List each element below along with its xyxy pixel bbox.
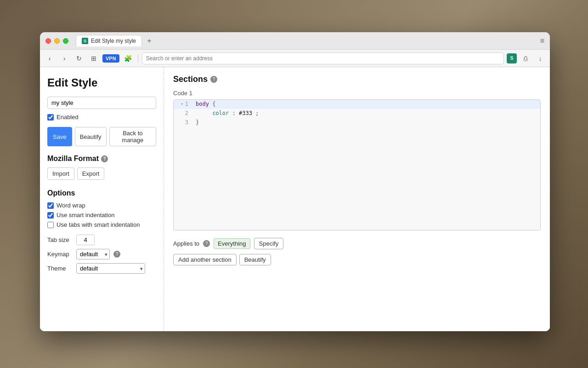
code-lines: ▾ 1 body { 2 bbox=[174, 100, 540, 127]
tab-indent-row: Use tabs with smart indentation bbox=[47, 221, 156, 228]
extensions-button[interactable]: 🧩 bbox=[122, 52, 134, 64]
title-bar: S Edit Style my style + ≡ bbox=[40, 32, 550, 50]
style-name-input[interactable] bbox=[47, 97, 156, 109]
code-header: Code 1 bbox=[173, 90, 541, 97]
code-content-3: } bbox=[192, 118, 203, 126]
tab-indent-label: Use tabs with smart indentation bbox=[57, 221, 140, 228]
download-button[interactable]: ↓ bbox=[534, 52, 546, 64]
beautify-button[interactable]: Beautify bbox=[75, 127, 107, 146]
keymap-select-wrapper: default vim emacs bbox=[76, 249, 110, 259]
keymap-help-icon[interactable]: ? bbox=[113, 251, 120, 258]
word-wrap-checkbox[interactable] bbox=[47, 202, 54, 209]
vpn-button[interactable]: VPN bbox=[102, 54, 119, 63]
line-number-2: 2 bbox=[174, 109, 192, 117]
tab-bar: S Edit Style my style + ≡ bbox=[76, 35, 544, 46]
keymap-label: Keymap bbox=[47, 251, 73, 258]
extension-icon[interactable]: S bbox=[507, 53, 517, 63]
tab-size-row: Tab size bbox=[47, 235, 156, 245]
sections-help-icon[interactable]: ? bbox=[210, 76, 217, 83]
keymap-select[interactable]: default vim emacs bbox=[76, 249, 110, 259]
options-section: Word wrap Use smart indentation Use tabs… bbox=[47, 202, 156, 228]
right-panel: Sections ? Code 1 ▾ bbox=[164, 67, 550, 331]
specify-button[interactable]: Specify bbox=[254, 238, 284, 249]
sections-title: Sections bbox=[173, 75, 208, 84]
keymap-row: Keymap default vim emacs ? bbox=[47, 249, 156, 259]
code-editor[interactable]: ▾ 1 body { 2 bbox=[173, 99, 541, 230]
beautify-section-button[interactable]: Beautify bbox=[239, 254, 271, 265]
enabled-row: Enabled bbox=[47, 114, 156, 121]
tab-title: Edit Style my style bbox=[91, 38, 136, 44]
applies-label: Applies to bbox=[173, 240, 199, 247]
tab-menu-button[interactable]: ≡ bbox=[540, 37, 544, 45]
tab-favicon: S bbox=[82, 38, 88, 44]
line-number-3: 3 bbox=[174, 118, 192, 126]
code-section: Code 1 ▾ 1 bbox=[173, 90, 541, 230]
bottom-buttons: Add another section Beautify bbox=[173, 254, 541, 265]
grid-button[interactable]: ⊞ bbox=[88, 52, 100, 64]
code-line-1: ▾ 1 body { bbox=[174, 100, 540, 109]
smart-indent-label: Use smart indentation bbox=[57, 212, 114, 218]
page-title: Edit Style bbox=[47, 76, 156, 89]
code-empty-area[interactable] bbox=[174, 127, 540, 219]
sections-header: Sections ? bbox=[173, 75, 541, 84]
active-tab[interactable]: S Edit Style my style bbox=[76, 35, 142, 46]
applies-row: Applies to ? Everything Specify bbox=[173, 238, 541, 249]
browser-window: S Edit Style my style + ≡ ‹ › ↻ ⊞ VPN 🧩 … bbox=[40, 32, 550, 331]
enabled-checkbox[interactable] bbox=[47, 114, 54, 121]
desktop: S Edit Style my style + ≡ ‹ › ↻ ⊞ VPN 🧩 … bbox=[0, 0, 588, 368]
forward-button[interactable]: › bbox=[58, 52, 70, 64]
mozilla-help-icon[interactable]: ? bbox=[101, 155, 108, 162]
close-button[interactable] bbox=[45, 38, 51, 44]
tab-indent-checkbox[interactable] bbox=[47, 222, 54, 228]
minimize-button[interactable] bbox=[54, 38, 60, 44]
address-bar[interactable] bbox=[142, 52, 504, 64]
nav-bar: ‹ › ↻ ⊞ VPN 🧩 S ⎙ ↓ bbox=[40, 50, 550, 67]
back-button[interactable]: ‹ bbox=[44, 52, 56, 64]
theme-label: Theme bbox=[47, 265, 73, 272]
import-button[interactable]: Import bbox=[47, 167, 74, 180]
options-title: Options bbox=[47, 189, 156, 197]
traffic-lights bbox=[45, 38, 68, 44]
code-line-3: 3 } bbox=[174, 118, 540, 127]
theme-select[interactable]: default dark light bbox=[76, 263, 145, 274]
back-to-manage-button[interactable]: Back to manage bbox=[109, 127, 156, 146]
share-button[interactable]: ⎙ bbox=[520, 52, 531, 64]
theme-row: Theme default dark light bbox=[47, 263, 156, 274]
smart-indent-checkbox[interactable] bbox=[47, 212, 54, 218]
smart-indent-row: Use smart indentation bbox=[47, 212, 156, 218]
applies-help-icon[interactable]: ? bbox=[203, 240, 210, 247]
fold-arrow-1: ▾ bbox=[181, 102, 183, 106]
tab-size-input[interactable] bbox=[76, 235, 95, 245]
mozilla-format-title: Mozilla Format ? bbox=[47, 155, 156, 163]
word-wrap-label: Word wrap bbox=[57, 202, 85, 209]
save-button[interactable]: Save bbox=[47, 127, 72, 146]
export-button[interactable]: Export bbox=[77, 167, 105, 180]
code-content-1: body { bbox=[192, 100, 219, 108]
enabled-label: Enabled bbox=[57, 114, 79, 121]
action-buttons-row: Save Beautify Back to manage bbox=[47, 127, 156, 146]
tab-size-label: Tab size bbox=[47, 236, 73, 243]
left-panel: Edit Style Enabled Save Beautify Back to… bbox=[40, 67, 164, 331]
refresh-button[interactable]: ↻ bbox=[73, 52, 85, 64]
theme-select-wrapper: default dark light bbox=[76, 263, 145, 274]
applies-everything: Everything bbox=[214, 238, 250, 249]
code-line-2: 2 color : #333 ; bbox=[174, 109, 540, 118]
line-number-1: ▾ 1 bbox=[174, 100, 192, 108]
content-area: Edit Style Enabled Save Beautify Back to… bbox=[40, 67, 550, 331]
code-content-2: color : #333 ; bbox=[192, 109, 262, 117]
mozilla-buttons-row: Import Export bbox=[47, 167, 156, 180]
maximize-button[interactable] bbox=[63, 38, 68, 44]
word-wrap-row: Word wrap bbox=[47, 202, 156, 209]
add-tab-button[interactable]: + bbox=[144, 35, 155, 46]
add-section-button[interactable]: Add another section bbox=[173, 254, 237, 265]
